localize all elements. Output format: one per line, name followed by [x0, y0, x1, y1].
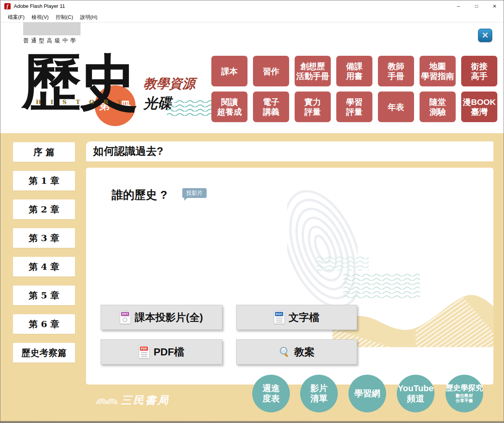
resource-button-lesson-prep[interactable]: 備課 用書 — [336, 56, 372, 86]
menu-item-view[interactable]: 檢視(V) — [28, 12, 52, 22]
school-type-label: 普通型高級中學 — [23, 37, 78, 44]
content-button-pdf-file[interactable]: PDF PDF檔 — [101, 339, 222, 364]
topic-title: 誰的歷史 ? — [112, 187, 167, 203]
sidebar-item-ch2[interactable]: 第 2 章 — [13, 200, 75, 219]
circle-sub-label: 數位教材 分享平臺 — [456, 393, 473, 403]
ppt-file-icon: PPT — [120, 311, 131, 324]
footer-circle-weekly-schedule[interactable]: 週進 度表 — [252, 375, 290, 412]
resource-button-map-guide[interactable]: 地圖 學習指南 — [420, 56, 456, 86]
resource-button-workbook[interactable]: 習作 — [253, 56, 289, 86]
window-controls: ─ □ ✕ — [449, 0, 504, 12]
menubar: 檔案(F) 檢視(V) 控制(C) 說明(H) — [0, 12, 504, 22]
minimize-button[interactable]: ─ — [449, 0, 467, 12]
sidebar-item-ch5[interactable]: 第 5 章 — [13, 286, 75, 305]
pdf-file-icon: PDF — [139, 345, 150, 359]
wave-watermark-small — [317, 255, 369, 271]
resource-button-bridging-master[interactable]: 銜接 高手 — [461, 56, 497, 86]
resource-button-teacher-manual[interactable]: 教師 手冊 — [378, 56, 414, 86]
content-button-label: 教案 — [294, 345, 315, 359]
content-button-label: PDF檔 — [154, 345, 184, 359]
resource-button-comic-taiwan[interactable]: 漫BOOK 臺灣 — [461, 92, 497, 122]
resource-button-reading[interactable]: 閱讀 超養成 — [211, 92, 247, 122]
footer-circle-history-inquiry[interactable]: 歷史學探究 數位教材 分享平臺 — [445, 375, 483, 412]
resource-button-activity-handbook[interactable]: 創想歷 活動手冊 — [295, 56, 331, 86]
wave-decoration-icon — [167, 99, 213, 117]
tagline-disc: 光碟 — [143, 94, 172, 113]
sidebar-item-ch1[interactable]: 第 1 章 — [13, 171, 75, 190]
menu-item-control[interactable]: 控制(C) — [52, 12, 77, 22]
sidebar-item-ch6[interactable]: 第 6 章 — [13, 314, 75, 334]
flash-player-window: f Adobe Flash Player 11 ─ □ ✕ 檔案(F) 檢視(V… — [0, 0, 504, 423]
content-title: 如何認識過去? — [86, 141, 493, 161]
resource-button-chronology[interactable]: 年表 — [378, 92, 414, 122]
titlebar: f Adobe Flash Player 11 ─ □ ✕ — [0, 0, 504, 12]
footer-circle-youtube-channel[interactable]: YouTube 頻道 — [397, 375, 434, 412]
maximize-button[interactable]: □ — [467, 0, 486, 12]
doc-file-icon: DOC — [274, 311, 285, 324]
menu-item-help[interactable]: 說明(H) — [77, 12, 101, 22]
resource-button-learning-assessment[interactable]: 學習 評量 — [336, 92, 372, 122]
publisher-name: 三民書局 — [121, 393, 170, 407]
bottom-edge-strip — [0, 421, 504, 423]
content-panel: 誰的歷史 ? 投影片 PPT 課本投影片(全) DOC 文字檔 PDF — [86, 168, 493, 385]
footer-circle-video-list[interactable]: 影片 清單 — [300, 375, 338, 412]
content-titlebar: 如何認識過去? — [86, 141, 493, 161]
publisher-logo-placeholder — [23, 22, 81, 35]
subject-logotype: 歷史 — [22, 48, 135, 117]
sidebar-item-field-study[interactable]: 歷史考察篇 — [13, 343, 75, 363]
rainbow-arches-icon — [96, 396, 118, 405]
magnifier-icon — [279, 346, 290, 358]
speech-bubble-tag: 投影片 — [182, 188, 207, 198]
footer-circle-learning-web[interactable]: 學習網 — [348, 375, 386, 412]
close-button[interactable]: ✕ — [486, 0, 504, 12]
resource-button-textbook[interactable]: 課本 — [211, 56, 247, 86]
resource-button-quiz[interactable]: 隨堂 測驗 — [420, 92, 456, 122]
content-button-label: 課本投影片(全) — [135, 311, 203, 324]
menu-item-file[interactable]: 檔案(F) — [4, 12, 28, 22]
resource-button-grid: 課本 習作 創想歷 活動手冊 備課 用書 教師 手冊 地圖 學習指南 銜接 高手… — [211, 56, 497, 122]
tagline-resource: 教學資源 — [143, 75, 195, 93]
content-button-slides-all[interactable]: PPT 課本投影片(全) — [101, 305, 222, 330]
publisher-logo: 三民書局 — [96, 393, 170, 407]
sidebar-item-preface[interactable]: 序 篇 — [13, 142, 75, 162]
content-button-text-file[interactable]: DOC 文字檔 — [236, 305, 357, 330]
flash-stage: 普通型高級中學 ✕ 歷史 H I S T O R Y 第一冊 教學資源 光碟 — [0, 22, 504, 423]
resource-button-e-lecture[interactable]: 電子 講義 — [253, 92, 289, 122]
flash-player-icon: f — [4, 3, 11, 9]
subject-logotype-english: H I S T O R Y — [36, 99, 125, 106]
sidebar-item-ch4[interactable]: 第 4 章 — [13, 257, 75, 277]
circle-main-label: 歷史學探究 — [446, 384, 483, 392]
window-title: Adobe Flash Player 11 — [14, 0, 65, 12]
content-button-lesson-plan[interactable]: 教案 — [236, 339, 357, 364]
sidebar-item-ch3[interactable]: 第 3 章 — [13, 228, 75, 248]
content-button-label: 文字檔 — [289, 311, 319, 324]
resource-button-ability-assessment[interactable]: 實力 評量 — [295, 92, 331, 122]
app-close-button[interactable]: ✕ — [478, 29, 492, 42]
